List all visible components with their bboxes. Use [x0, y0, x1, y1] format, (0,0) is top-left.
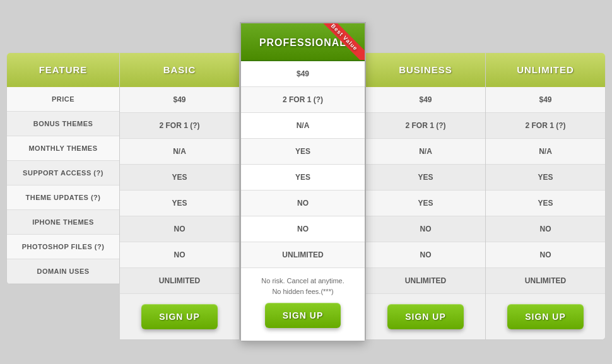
feature-row-bonus: BONUS THEMES [7, 112, 119, 136]
basic-iphone: NO [120, 216, 239, 242]
professional-signup-button[interactable]: SIGN UP [265, 303, 341, 328]
unlimited-column: UNLIMITED $49 2 FOR 1 (?) N/A YES YES NO… [486, 52, 606, 340]
professional-header: PROFESSIONAL [241, 23, 365, 61]
unlimited-bonus: 2 FOR 1 (?) [486, 113, 605, 139]
basic-support: YES [120, 165, 239, 191]
pro-monthly: N/A [241, 113, 365, 139]
basic-theme-updates: YES [120, 191, 239, 216]
unlimited-price: $49 [486, 87, 605, 113]
basic-domain: UNLIMITED [120, 268, 239, 294]
feature-row-photoshop: PHOTOSHOP FILES (?) [7, 235, 119, 259]
unlimited-monthly: N/A [486, 139, 605, 165]
business-support: YES [366, 165, 485, 191]
professional-footer-note: No risk. Cancel at anytime.No hidden fee… [247, 276, 358, 296]
pro-photoshop: NO [241, 216, 365, 242]
basic-monthly: N/A [120, 139, 239, 165]
unlimited-photoshop: NO [486, 242, 605, 268]
feature-row-domain: DOMAIN USES [7, 259, 119, 284]
feature-header: FEATURE [7, 53, 119, 87]
unlimited-signup-button[interactable]: SIGN UP [507, 304, 584, 329]
feature-row-support: SUPPORT ACCESS (?) [7, 161, 119, 185]
pro-iphone: NO [241, 191, 365, 216]
business-price: $49 [366, 87, 485, 113]
business-theme-updates: YES [366, 191, 485, 216]
unlimited-theme-updates: YES [486, 191, 605, 216]
business-bonus: 2 FOR 1 (?) [366, 113, 485, 139]
business-iphone: NO [366, 216, 485, 242]
feature-row-theme-updates: THEME UPDATES (?) [7, 185, 119, 210]
unlimited-domain: UNLIMITED [486, 268, 605, 294]
unlimited-footer: SIGN UP [486, 294, 605, 339]
business-footer: SIGN UP [366, 294, 485, 339]
business-header: BUSINESS [366, 53, 485, 87]
pricing-table: FEATURE PRICE BONUS THEMES MONTHLY THEME… [6, 22, 606, 342]
pro-theme-updates: YES [241, 165, 365, 191]
unlimited-support: YES [486, 165, 605, 191]
feature-row-monthly: MONTHLY THEMES [7, 136, 119, 161]
business-photoshop: NO [366, 242, 485, 268]
unlimited-header: UNLIMITED [486, 53, 605, 87]
best-value-badge [321, 23, 365, 61]
professional-footer: No risk. Cancel at anytime.No hidden fee… [241, 268, 365, 341]
basic-bonus: 2 FOR 1 (?) [120, 113, 239, 139]
basic-header: BASIC [120, 53, 239, 87]
basic-signup-button[interactable]: SIGN UP [141, 304, 218, 329]
feature-row-iphone: IPHONE THEMES [7, 210, 119, 235]
basic-footer: SIGN UP [120, 294, 239, 339]
professional-column: PROFESSIONAL $49 2 FOR 1 (?) N/A YES YES… [240, 22, 366, 342]
business-column: BUSINESS $49 2 FOR 1 (?) N/A YES YES NO … [366, 52, 486, 340]
pro-domain: UNLIMITED [241, 242, 365, 268]
basic-photoshop: NO [120, 242, 239, 268]
business-monthly: N/A [366, 139, 485, 165]
pro-bonus: 2 FOR 1 (?) [241, 87, 365, 113]
business-domain: UNLIMITED [366, 268, 485, 294]
pro-support: YES [241, 139, 365, 165]
basic-price: $49 [120, 87, 239, 113]
feature-column: FEATURE PRICE BONUS THEMES MONTHLY THEME… [6, 52, 120, 285]
basic-column: BASIC $49 2 FOR 1 (?) N/A YES YES NO NO … [120, 52, 240, 340]
business-signup-button[interactable]: SIGN UP [387, 304, 464, 329]
unlimited-iphone: NO [486, 216, 605, 242]
feature-row-price: PRICE [7, 87, 119, 112]
pro-price: $49 [241, 61, 365, 87]
